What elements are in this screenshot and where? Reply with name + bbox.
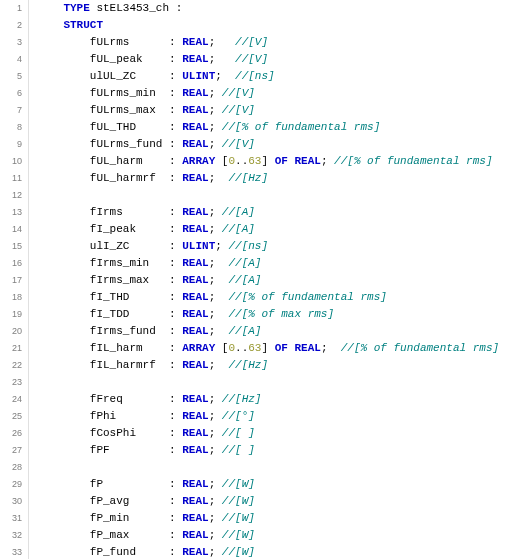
colon: :: [169, 546, 182, 558]
semicolon: ;: [215, 70, 235, 82]
code-line: [37, 187, 499, 204]
semicolon: ;: [209, 529, 222, 541]
member-type: REAL: [182, 444, 208, 456]
line-number: 23: [0, 374, 22, 391]
code-line: fUL_harmrf : REAL; //[Hz]: [37, 170, 499, 187]
colon: :: [169, 121, 182, 133]
colon: :: [169, 87, 182, 99]
member-type: REAL: [182, 87, 208, 99]
rbracket: ]: [261, 155, 274, 167]
keyword-array: ARRAY: [182, 342, 215, 354]
colon: :: [169, 342, 182, 354]
keyword-array: ARRAY: [182, 155, 215, 167]
member-type: REAL: [182, 393, 208, 405]
member-name: fIL_harmrf: [90, 359, 169, 371]
member-type: REAL: [182, 495, 208, 507]
colon: :: [169, 223, 182, 235]
code-line: ulI_ZC : ULINT; //[ns]: [37, 238, 499, 255]
comment: //[A]: [222, 206, 255, 218]
comment: //[ns]: [228, 240, 268, 252]
member-type: REAL: [182, 308, 208, 320]
code-area: TYPE stEL3453_ch : STRUCT fULrms : REAL;…: [29, 0, 499, 559]
range-high: 63: [248, 155, 261, 167]
comment: //[V]: [222, 104, 255, 116]
comment: //[A]: [228, 257, 261, 269]
semicolon: ;: [209, 512, 222, 524]
line-number: 27: [0, 442, 22, 459]
member-name: fUL_THD: [90, 121, 169, 133]
line-number: 29: [0, 476, 22, 493]
colon: :: [169, 53, 182, 65]
comment: //[Hz]: [222, 393, 262, 405]
line-number: 31: [0, 510, 22, 527]
comment: //[W]: [222, 495, 255, 507]
line-number: 30: [0, 493, 22, 510]
colon: :: [169, 478, 182, 490]
line-number-gutter: 1234567891011121314151617181920212223242…: [0, 0, 29, 559]
member-name: fI_TDD: [90, 308, 169, 320]
line-number: 11: [0, 170, 22, 187]
code-line: fCosPhi : REAL; //[ ]: [37, 425, 499, 442]
colon: :: [169, 2, 182, 14]
comment: //[ ]: [222, 444, 255, 456]
comment: //[ ]: [222, 427, 255, 439]
line-number: 18: [0, 289, 22, 306]
member-type: REAL: [182, 512, 208, 524]
semicolon: ;: [209, 223, 222, 235]
comment: //[W]: [222, 478, 255, 490]
line-number: 25: [0, 408, 22, 425]
comment: //[V]: [222, 87, 255, 99]
colon: :: [169, 70, 182, 82]
semicolon: ;: [209, 410, 222, 422]
line-number: 5: [0, 68, 22, 85]
member-type: REAL: [182, 121, 208, 133]
member-name: ulI_ZC: [90, 240, 169, 252]
member-type: REAL: [182, 257, 208, 269]
code-line: fP_max : REAL; //[W]: [37, 527, 499, 544]
code-line: fI_TDD : REAL; //[% of max rms]: [37, 306, 499, 323]
keyword-of: OF: [275, 342, 288, 354]
code-line: fIrms : REAL; //[A]: [37, 204, 499, 221]
dotdot: ..: [235, 342, 248, 354]
range-high: 63: [248, 342, 261, 354]
code-editor: 1234567891011121314151617181920212223242…: [0, 0, 512, 559]
member-name: fCosPhi: [90, 427, 169, 439]
comment: //[V]: [235, 53, 268, 65]
member-type: REAL: [182, 36, 208, 48]
member-name: fULrms_min: [90, 87, 169, 99]
code-line: fI_peak : REAL; //[A]: [37, 221, 499, 238]
member-name: fUL_harmrf: [90, 172, 169, 184]
line-number: 8: [0, 119, 22, 136]
comment: //[% of max rms]: [228, 308, 334, 320]
semicolon: ;: [321, 342, 341, 354]
member-name: fULrms: [90, 36, 169, 48]
semicolon: ;: [209, 206, 222, 218]
colon: :: [169, 104, 182, 116]
line-number: 1: [0, 0, 22, 17]
line-number: 10: [0, 153, 22, 170]
code-line: fFreq : REAL; //[Hz]: [37, 391, 499, 408]
colon: :: [169, 308, 182, 320]
dotdot: ..: [235, 155, 248, 167]
code-line: fP_avg : REAL; //[W]: [37, 493, 499, 510]
member-name: fIrms_max: [90, 274, 169, 286]
type-name: stEL3453_ch: [90, 2, 169, 14]
comment: //[% of fundamental rms]: [334, 155, 492, 167]
code-line: fPF : REAL; //[ ]: [37, 442, 499, 459]
line-number: 22: [0, 357, 22, 374]
member-name: fULrms_fund: [90, 138, 169, 150]
member-type: REAL: [182, 223, 208, 235]
line-number: 9: [0, 136, 22, 153]
semicolon: ;: [209, 427, 222, 439]
semicolon: ;: [209, 291, 229, 303]
code-line: fIrms_fund : REAL; //[A]: [37, 323, 499, 340]
code-line: fP : REAL; //[W]: [37, 476, 499, 493]
colon: :: [169, 155, 182, 167]
comment: //[A]: [228, 325, 261, 337]
member-name: fP_max: [90, 529, 169, 541]
colon: :: [169, 410, 182, 422]
comment: //[A]: [228, 274, 261, 286]
code-line: fUL_THD : REAL; //[% of fundamental rms]: [37, 119, 499, 136]
array-type: REAL: [288, 342, 321, 354]
code-line: STRUCT: [37, 17, 499, 34]
